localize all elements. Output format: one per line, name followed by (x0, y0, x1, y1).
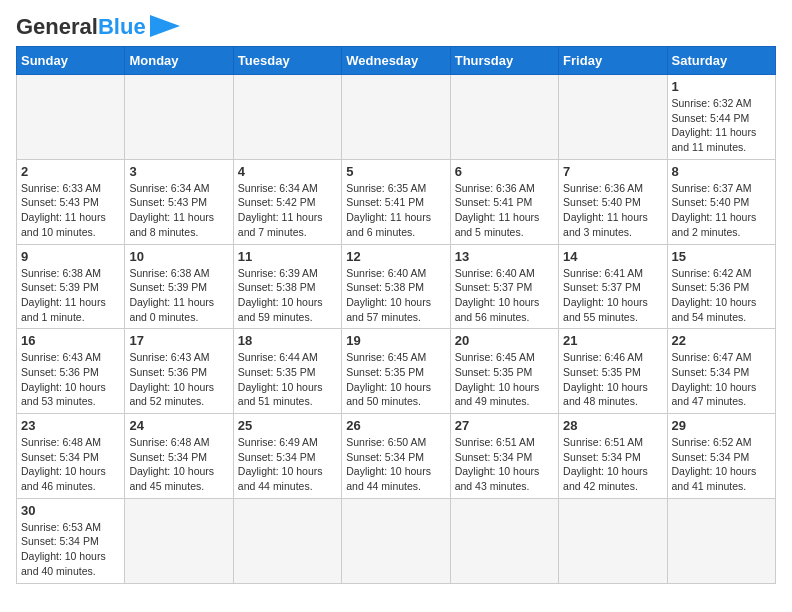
day-info: Sunrise: 6:50 AM Sunset: 5:34 PM Dayligh… (346, 435, 445, 494)
calendar-day: 5Sunrise: 6:35 AM Sunset: 5:41 PM Daylig… (342, 159, 450, 244)
day-number: 7 (563, 164, 662, 179)
day-info: Sunrise: 6:34 AM Sunset: 5:42 PM Dayligh… (238, 181, 337, 240)
day-number: 20 (455, 333, 554, 348)
calendar-day (233, 498, 341, 583)
weekday-header: Wednesday (342, 47, 450, 75)
calendar-day: 4Sunrise: 6:34 AM Sunset: 5:42 PM Daylig… (233, 159, 341, 244)
calendar-day (667, 498, 775, 583)
day-info: Sunrise: 6:51 AM Sunset: 5:34 PM Dayligh… (563, 435, 662, 494)
calendar-day: 17Sunrise: 6:43 AM Sunset: 5:36 PM Dayli… (125, 329, 233, 414)
calendar-day: 12Sunrise: 6:40 AM Sunset: 5:38 PM Dayli… (342, 244, 450, 329)
calendar-day: 18Sunrise: 6:44 AM Sunset: 5:35 PM Dayli… (233, 329, 341, 414)
calendar-table: SundayMondayTuesdayWednesdayThursdayFrid… (16, 46, 776, 584)
calendar-week: 2Sunrise: 6:33 AM Sunset: 5:43 PM Daylig… (17, 159, 776, 244)
calendar-week: 1Sunrise: 6:32 AM Sunset: 5:44 PM Daylig… (17, 75, 776, 160)
day-number: 30 (21, 503, 120, 518)
calendar-day: 25Sunrise: 6:49 AM Sunset: 5:34 PM Dayli… (233, 414, 341, 499)
day-info: Sunrise: 6:48 AM Sunset: 5:34 PM Dayligh… (21, 435, 120, 494)
day-number: 25 (238, 418, 337, 433)
day-info: Sunrise: 6:41 AM Sunset: 5:37 PM Dayligh… (563, 266, 662, 325)
day-number: 18 (238, 333, 337, 348)
calendar-day: 7Sunrise: 6:36 AM Sunset: 5:40 PM Daylig… (559, 159, 667, 244)
calendar-day: 22Sunrise: 6:47 AM Sunset: 5:34 PM Dayli… (667, 329, 775, 414)
calendar-header: SundayMondayTuesdayWednesdayThursdayFrid… (17, 47, 776, 75)
day-info: Sunrise: 6:32 AM Sunset: 5:44 PM Dayligh… (672, 96, 771, 155)
day-info: Sunrise: 6:52 AM Sunset: 5:34 PM Dayligh… (672, 435, 771, 494)
svg-marker-0 (150, 15, 180, 37)
logo-blue: Blue (98, 14, 146, 39)
day-info: Sunrise: 6:38 AM Sunset: 5:39 PM Dayligh… (129, 266, 228, 325)
calendar-day (450, 498, 558, 583)
day-info: Sunrise: 6:39 AM Sunset: 5:38 PM Dayligh… (238, 266, 337, 325)
calendar-day: 11Sunrise: 6:39 AM Sunset: 5:38 PM Dayli… (233, 244, 341, 329)
calendar-day: 15Sunrise: 6:42 AM Sunset: 5:36 PM Dayli… (667, 244, 775, 329)
day-info: Sunrise: 6:37 AM Sunset: 5:40 PM Dayligh… (672, 181, 771, 240)
weekday-header: Sunday (17, 47, 125, 75)
calendar-day: 20Sunrise: 6:45 AM Sunset: 5:35 PM Dayli… (450, 329, 558, 414)
calendar-day: 8Sunrise: 6:37 AM Sunset: 5:40 PM Daylig… (667, 159, 775, 244)
day-number: 8 (672, 164, 771, 179)
day-info: Sunrise: 6:46 AM Sunset: 5:35 PM Dayligh… (563, 350, 662, 409)
logo-icon (150, 15, 180, 37)
day-number: 29 (672, 418, 771, 433)
calendar-day: 28Sunrise: 6:51 AM Sunset: 5:34 PM Dayli… (559, 414, 667, 499)
day-info: Sunrise: 6:34 AM Sunset: 5:43 PM Dayligh… (129, 181, 228, 240)
calendar-day: 27Sunrise: 6:51 AM Sunset: 5:34 PM Dayli… (450, 414, 558, 499)
calendar-week: 16Sunrise: 6:43 AM Sunset: 5:36 PM Dayli… (17, 329, 776, 414)
day-number: 9 (21, 249, 120, 264)
calendar-day: 1Sunrise: 6:32 AM Sunset: 5:44 PM Daylig… (667, 75, 775, 160)
day-info: Sunrise: 6:43 AM Sunset: 5:36 PM Dayligh… (21, 350, 120, 409)
calendar-day (559, 75, 667, 160)
calendar-day: 16Sunrise: 6:43 AM Sunset: 5:36 PM Dayli… (17, 329, 125, 414)
calendar-day (125, 75, 233, 160)
day-info: Sunrise: 6:45 AM Sunset: 5:35 PM Dayligh… (455, 350, 554, 409)
day-number: 28 (563, 418, 662, 433)
calendar-day: 10Sunrise: 6:38 AM Sunset: 5:39 PM Dayli… (125, 244, 233, 329)
calendar-day: 13Sunrise: 6:40 AM Sunset: 5:37 PM Dayli… (450, 244, 558, 329)
day-number: 27 (455, 418, 554, 433)
calendar-day (233, 75, 341, 160)
calendar-day: 30Sunrise: 6:53 AM Sunset: 5:34 PM Dayli… (17, 498, 125, 583)
calendar-day: 29Sunrise: 6:52 AM Sunset: 5:34 PM Dayli… (667, 414, 775, 499)
day-info: Sunrise: 6:53 AM Sunset: 5:34 PM Dayligh… (21, 520, 120, 579)
day-number: 3 (129, 164, 228, 179)
day-number: 21 (563, 333, 662, 348)
calendar-day (342, 75, 450, 160)
day-info: Sunrise: 6:43 AM Sunset: 5:36 PM Dayligh… (129, 350, 228, 409)
day-info: Sunrise: 6:42 AM Sunset: 5:36 PM Dayligh… (672, 266, 771, 325)
day-info: Sunrise: 6:51 AM Sunset: 5:34 PM Dayligh… (455, 435, 554, 494)
day-info: Sunrise: 6:36 AM Sunset: 5:41 PM Dayligh… (455, 181, 554, 240)
day-number: 11 (238, 249, 337, 264)
calendar-day (125, 498, 233, 583)
day-info: Sunrise: 6:33 AM Sunset: 5:43 PM Dayligh… (21, 181, 120, 240)
calendar-day: 2Sunrise: 6:33 AM Sunset: 5:43 PM Daylig… (17, 159, 125, 244)
day-number: 26 (346, 418, 445, 433)
day-number: 23 (21, 418, 120, 433)
calendar-day (17, 75, 125, 160)
weekday-header: Thursday (450, 47, 558, 75)
calendar-day: 19Sunrise: 6:45 AM Sunset: 5:35 PM Dayli… (342, 329, 450, 414)
day-number: 1 (672, 79, 771, 94)
calendar-week: 23Sunrise: 6:48 AM Sunset: 5:34 PM Dayli… (17, 414, 776, 499)
day-number: 6 (455, 164, 554, 179)
day-info: Sunrise: 6:35 AM Sunset: 5:41 PM Dayligh… (346, 181, 445, 240)
day-number: 10 (129, 249, 228, 264)
weekday-header: Monday (125, 47, 233, 75)
calendar-day (342, 498, 450, 583)
calendar-week: 30Sunrise: 6:53 AM Sunset: 5:34 PM Dayli… (17, 498, 776, 583)
calendar-day (450, 75, 558, 160)
day-info: Sunrise: 6:47 AM Sunset: 5:34 PM Dayligh… (672, 350, 771, 409)
weekday-header: Tuesday (233, 47, 341, 75)
page-header: GeneralBlue (16, 16, 776, 38)
day-number: 17 (129, 333, 228, 348)
day-info: Sunrise: 6:40 AM Sunset: 5:38 PM Dayligh… (346, 266, 445, 325)
day-number: 5 (346, 164, 445, 179)
calendar-day: 6Sunrise: 6:36 AM Sunset: 5:41 PM Daylig… (450, 159, 558, 244)
calendar-day: 9Sunrise: 6:38 AM Sunset: 5:39 PM Daylig… (17, 244, 125, 329)
day-info: Sunrise: 6:45 AM Sunset: 5:35 PM Dayligh… (346, 350, 445, 409)
calendar-day: 21Sunrise: 6:46 AM Sunset: 5:35 PM Dayli… (559, 329, 667, 414)
calendar-day: 26Sunrise: 6:50 AM Sunset: 5:34 PM Dayli… (342, 414, 450, 499)
day-number: 24 (129, 418, 228, 433)
day-info: Sunrise: 6:49 AM Sunset: 5:34 PM Dayligh… (238, 435, 337, 494)
day-info: Sunrise: 6:36 AM Sunset: 5:40 PM Dayligh… (563, 181, 662, 240)
